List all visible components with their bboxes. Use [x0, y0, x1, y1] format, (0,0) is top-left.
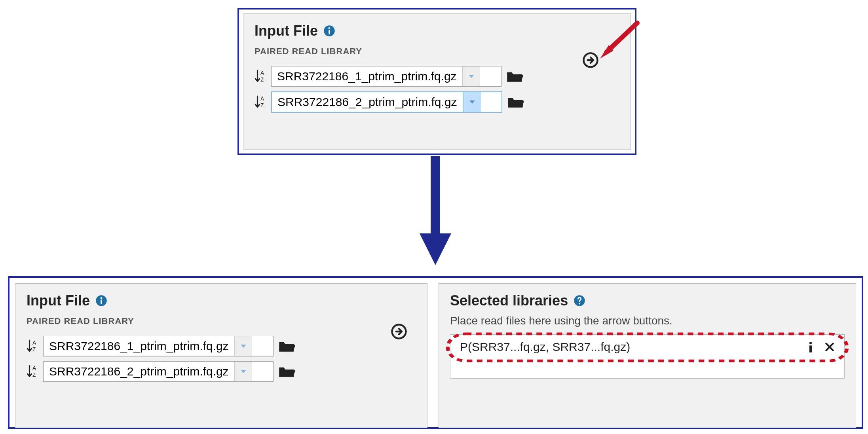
sort-az-icon[interactable]: AZ — [27, 338, 38, 354]
remove-item-icon[interactable] — [824, 342, 835, 352]
read-file-row-2: AZ SRR3722186_2_ptrim_ptrim.fq.gz — [243, 89, 631, 115]
panel-bottom: Input File PAIRED READ LIBRARY AZ SRR372… — [8, 276, 863, 429]
dropdown-toggle-icon[interactable] — [234, 336, 252, 356]
folder-open-icon[interactable] — [278, 365, 295, 378]
svg-text:A: A — [32, 365, 36, 371]
add-library-arrow-button[interactable] — [391, 323, 407, 340]
read-file-1-value: SRR3722186_1_ptrim_ptrim.fq.gz — [272, 66, 462, 86]
read-file-2-dropdown[interactable]: SRR3722186_2_ptrim_ptrim.fq.gz — [271, 91, 502, 113]
read-file-1-dropdown[interactable]: SRR3722186_1_ptrim_ptrim.fq.gz — [271, 66, 501, 87]
svg-text:Z: Z — [32, 372, 36, 378]
input-file-title: Input File — [27, 292, 90, 309]
folder-open-icon[interactable] — [507, 95, 524, 109]
read-file-1-value: SRR3722186_1_ptrim_ptrim.fq.gz — [44, 336, 234, 356]
folder-open-icon[interactable] — [278, 339, 295, 353]
panel-bottom-right-inner: Selected libraries Place read files here… — [439, 283, 856, 428]
selected-libraries-list: P(SRR37...fq.gz, SRR37...fq.gz) — [450, 334, 845, 379]
svg-text:Z: Z — [260, 102, 264, 108]
svg-point-19 — [809, 342, 812, 344]
input-file-title: Input File — [255, 23, 318, 39]
svg-text:A: A — [260, 96, 264, 102]
panel-top: Input File PAIRED READ LIBRARY AZ SRR372… — [237, 8, 636, 155]
sort-az-icon[interactable]: AZ — [255, 68, 266, 84]
read-file-row-1: AZ SRR3722186_1_ptrim_ptrim.fq.gz — [243, 64, 631, 89]
item-info-icon[interactable] — [806, 341, 815, 353]
read-file-1-dropdown[interactable]: SRR3722186_1_ptrim_ptrim.fq.gz — [43, 336, 274, 356]
info-icon[interactable] — [323, 25, 335, 37]
svg-text:A: A — [32, 340, 36, 346]
svg-rect-20 — [809, 345, 812, 353]
svg-text:Z: Z — [32, 347, 36, 353]
folder-open-icon[interactable] — [506, 70, 523, 83]
annotation-red-arrow-icon — [593, 21, 640, 64]
panel-bottom-left-inner: Input File PAIRED READ LIBRARY AZ SRR372… — [15, 283, 427, 428]
svg-text:Z: Z — [260, 77, 264, 83]
dropdown-toggle-icon[interactable] — [234, 362, 252, 381]
read-file-2-dropdown[interactable]: SRR3722186_2_ptrim_ptrim.fq.gz — [43, 361, 274, 382]
sort-az-icon[interactable]: AZ — [27, 364, 38, 379]
dropdown-toggle-icon[interactable] — [462, 66, 480, 86]
svg-point-11 — [101, 297, 103, 299]
paired-read-library-label: PAIRED READ LIBRARY — [243, 42, 631, 64]
svg-rect-10 — [101, 300, 102, 304]
dropdown-toggle-icon[interactable] — [463, 92, 481, 112]
sort-az-icon[interactable]: AZ — [255, 94, 266, 110]
read-file-row-1: AZ SRR3722186_1_ptrim_ptrim.fq.gz — [15, 334, 427, 359]
flow-down-arrow-icon — [416, 156, 455, 267]
svg-point-18 — [579, 303, 580, 305]
read-file-2-value: SRR3722186_2_ptrim_ptrim.fq.gz — [272, 92, 463, 112]
svg-point-2 — [329, 27, 330, 29]
svg-rect-1 — [329, 30, 330, 34]
help-icon[interactable] — [574, 295, 585, 307]
read-file-2-value: SRR3722186_2_ptrim_ptrim.fq.gz — [44, 362, 234, 381]
panel-top-inner: Input File PAIRED READ LIBRARY AZ SRR372… — [243, 13, 631, 150]
info-icon[interactable] — [95, 295, 107, 307]
selected-library-item-label: P(SRR37...fq.gz, SRR37...fq.gz) — [460, 340, 630, 354]
svg-rect-8 — [431, 156, 440, 235]
paired-read-library-label: PAIRED READ LIBRARY — [15, 312, 427, 334]
read-file-row-2: AZ SRR3722186_2_ptrim_ptrim.fq.gz — [15, 359, 427, 384]
selected-libraries-hint: Place read files here using the arrow bu… — [439, 312, 856, 334]
svg-text:A: A — [260, 70, 264, 76]
selected-libraries-title: Selected libraries — [450, 292, 568, 309]
selected-library-item: P(SRR37...fq.gz, SRR37...fq.gz) — [450, 335, 844, 359]
